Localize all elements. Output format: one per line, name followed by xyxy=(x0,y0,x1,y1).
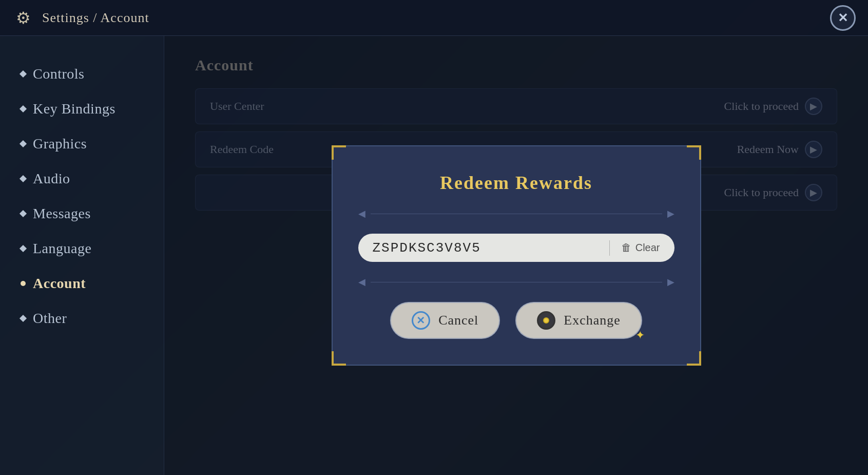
hline xyxy=(371,282,662,282)
gear-icon: ⚙ xyxy=(12,7,34,29)
bullet-icon xyxy=(20,315,27,322)
sidebar-item-language[interactable]: Language xyxy=(0,231,164,266)
dialog-title: Redeem Rewards xyxy=(358,172,674,194)
bullet-icon xyxy=(20,70,27,78)
exchange-icon xyxy=(537,311,555,330)
left-arrow-icon: ◀ xyxy=(358,208,365,219)
sparkle-icon: ✦ xyxy=(635,329,645,342)
bottom-divider: ◀ ▶ xyxy=(358,276,674,288)
redeem-code-input[interactable] xyxy=(373,240,602,256)
exchange-button[interactable]: Exchange ✦ xyxy=(515,302,642,339)
sidebar-item-key-bindings[interactable]: Key Bindings xyxy=(0,91,164,126)
settings-panel: ⚙ Settings / Account ✕ Controls Key Bind… xyxy=(0,0,868,475)
corner-decoration-br xyxy=(687,351,701,366)
left-arrow-icon: ◀ xyxy=(358,276,365,288)
cancel-label: Cancel xyxy=(438,313,478,328)
clear-button[interactable]: 🗑 Clear xyxy=(617,240,664,256)
top-divider: ◀ ▶ xyxy=(358,208,674,219)
hline xyxy=(371,214,662,214)
bullet-icon xyxy=(20,175,27,182)
dialog-buttons: ✕ Cancel Exchange ✦ xyxy=(358,302,674,339)
top-bar: ⚙ Settings / Account ✕ xyxy=(0,0,868,36)
bullet-icon xyxy=(20,140,27,147)
modal-overlay: Redeem Rewards ◀ ▶ 🗑 Clear xyxy=(164,36,868,475)
sidebar-item-label: Language xyxy=(33,240,91,257)
sidebar-item-label: Graphics xyxy=(33,136,87,152)
main-content: Controls Key Bindings Graphics Audio Mes… xyxy=(0,36,868,475)
sidebar-item-label: Other xyxy=(33,310,67,327)
bullet-icon xyxy=(20,245,27,252)
corner-decoration-tr xyxy=(687,145,701,160)
sidebar-item-label: Account xyxy=(33,275,86,292)
close-button[interactable]: ✕ xyxy=(830,5,856,31)
input-row: 🗑 Clear xyxy=(358,234,674,262)
redeem-dialog: Redeem Rewards ◀ ▶ 🗑 Clear xyxy=(332,145,701,366)
corner-decoration-bl xyxy=(332,351,346,366)
right-content: Account User Center Click to proceed ▶ R… xyxy=(164,36,868,475)
exchange-label: Exchange xyxy=(564,313,621,328)
sidebar: Controls Key Bindings Graphics Audio Mes… xyxy=(0,36,164,475)
sidebar-item-controls[interactable]: Controls xyxy=(0,56,164,91)
sidebar-item-audio[interactable]: Audio xyxy=(0,161,164,196)
bullet-icon xyxy=(20,105,27,112)
clear-label: Clear xyxy=(635,242,660,254)
bullet-icon xyxy=(20,210,27,217)
sidebar-item-graphics[interactable]: Graphics xyxy=(0,126,164,161)
exchange-dot xyxy=(543,317,549,324)
sidebar-item-label: Audio xyxy=(33,170,70,187)
input-divider xyxy=(609,240,610,256)
corner-decoration-tl xyxy=(332,145,346,160)
sidebar-item-label: Messages xyxy=(33,205,91,222)
sidebar-item-label: Controls xyxy=(33,66,84,82)
sidebar-item-messages[interactable]: Messages xyxy=(0,196,164,231)
sidebar-item-other[interactable]: Other xyxy=(0,301,164,336)
bullet-icon xyxy=(21,281,26,286)
cancel-icon: ✕ xyxy=(412,311,430,330)
right-arrow-icon: ▶ xyxy=(667,208,674,219)
cancel-button[interactable]: ✕ Cancel xyxy=(390,302,500,339)
trash-icon: 🗑 xyxy=(621,242,631,254)
sidebar-item-account[interactable]: Account xyxy=(0,266,164,301)
right-arrow-icon: ▶ xyxy=(667,276,674,288)
page-title: Settings / Account xyxy=(42,10,149,26)
sidebar-item-label: Key Bindings xyxy=(33,101,115,117)
